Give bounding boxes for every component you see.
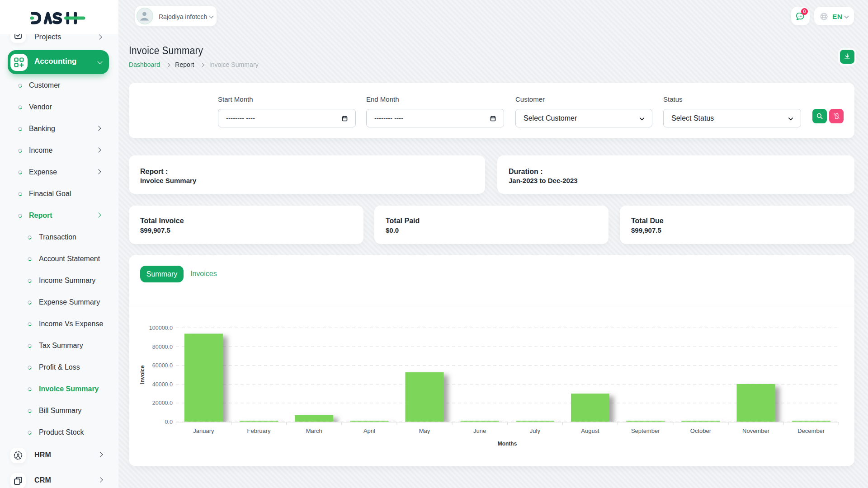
svg-text:February: February	[247, 427, 271, 434]
svg-text:100000.0: 100000.0	[149, 325, 173, 331]
svg-text:Months: Months	[498, 441, 517, 447]
svg-text:May: May	[419, 427, 430, 434]
svg-text:June: June	[473, 427, 486, 434]
svg-text:March: March	[306, 427, 322, 434]
svg-text:July: July	[530, 427, 541, 434]
svg-text:October: October	[690, 427, 712, 434]
svg-text:January: January	[193, 427, 214, 434]
svg-text:20000.0: 20000.0	[152, 400, 173, 406]
svg-text:0.0: 0.0	[165, 419, 173, 425]
svg-text:80000.0: 80000.0	[152, 344, 173, 350]
svg-text:40000.0: 40000.0	[152, 381, 173, 388]
svg-text:Invoice: Invoice	[139, 365, 146, 384]
svg-text:September: September	[631, 427, 660, 434]
svg-text:April: April	[363, 427, 375, 434]
svg-text:60000.0: 60000.0	[152, 362, 173, 369]
svg-text:November: November	[742, 427, 770, 434]
svg-text:August: August	[581, 427, 599, 434]
svg-text:December: December	[797, 427, 825, 434]
